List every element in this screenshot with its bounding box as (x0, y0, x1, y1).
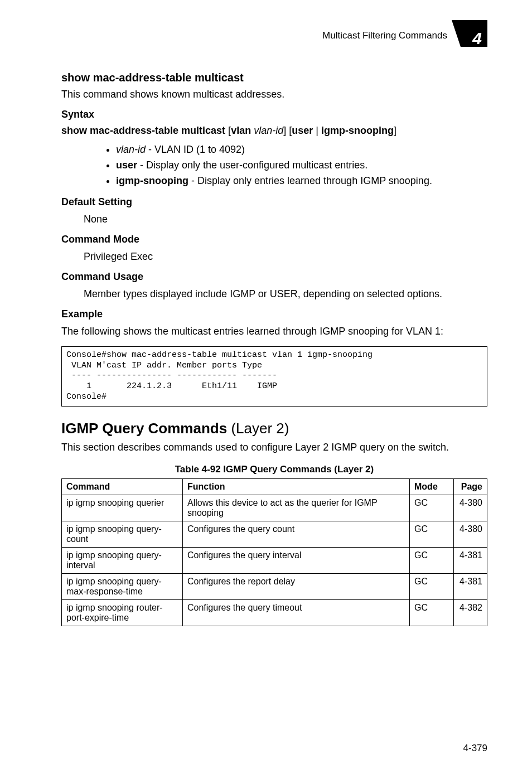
page-header: Multicast Filtering Commands 4 (61, 28, 487, 56)
syntax-kw-igmp: igmp-snooping (321, 125, 394, 136)
table-row: ip igmp snooping query-count Configures … (62, 521, 487, 547)
command-title: show mac-address-table multicast (61, 71, 487, 84)
table-row: ip igmp snooping querier Allows this dev… (62, 495, 487, 521)
syntax-pipe: | (313, 125, 321, 136)
table-caption: Table 4-92 IGMP Query Commands (Layer 2) (61, 464, 487, 475)
td-function: Allows this device to act as the querier… (183, 495, 410, 521)
syntax-vlanid: vlan-id (254, 125, 283, 136)
code-example: Console#show mac-address-table multicast… (61, 346, 487, 407)
td-mode: GC (410, 547, 454, 573)
list-item: igmp-snooping - Display only entries lea… (116, 173, 487, 188)
th-page: Page (454, 478, 487, 495)
syntax-label: Syntax (61, 109, 487, 120)
td-mode: GC (410, 573, 454, 599)
th-command: Command (62, 478, 183, 495)
syntax-line: show mac-address-table multicast [vlan v… (61, 125, 487, 137)
chapter-badge-icon (452, 20, 487, 47)
bullet-keyword: igmp-snooping (116, 175, 188, 186)
chapter-number: 4 (472, 29, 482, 48)
table-row: ip igmp snooping query-interval Configur… (62, 547, 487, 573)
list-item: user - Display only the user-configured … (116, 158, 487, 172)
td-page: 4-380 (454, 495, 487, 521)
th-mode: Mode (410, 478, 454, 495)
page-root: Multicast Filtering Commands 4 show mac-… (0, 0, 532, 774)
td-command: ip igmp snooping router-port-expire-time (62, 599, 183, 626)
td-command: ip igmp snooping querier (62, 495, 183, 521)
group-title-layer: (Layer 2) (227, 420, 289, 437)
syntax-kw-user: user (292, 125, 313, 136)
syntax-bracket: ] [ (283, 125, 292, 136)
svg-marker-0 (452, 20, 487, 47)
running-head: Multicast Filtering Commands (322, 30, 447, 41)
table-row: ip igmp snooping router-port-expire-time… (62, 599, 487, 626)
td-function: Configures the report delay (183, 573, 410, 599)
td-mode: GC (410, 599, 454, 626)
td-page: 4-380 (454, 521, 487, 547)
bullet-keyword: user (116, 159, 137, 171)
syntax-cmd: show mac-address-table multicast (61, 125, 225, 136)
command-usage-label: Command Usage (61, 271, 487, 283)
command-usage-value: Member types displayed include IGMP or U… (84, 287, 487, 301)
table-row: ip igmp snooping query-max-response-time… (62, 573, 487, 599)
td-function: Configures the query interval (183, 547, 410, 573)
syntax-bracket: ] (394, 125, 396, 136)
table-header-row: Command Function Mode Page (62, 478, 487, 495)
td-mode: GC (410, 495, 454, 521)
bullet-text: - Display only the user-configured multi… (137, 159, 367, 171)
command-mode-label: Command Mode (61, 234, 487, 245)
bullet-italic: vlan-id (116, 144, 146, 155)
td-function: Configures the query timeout (183, 599, 410, 626)
group-title-text: IGMP Query Commands (61, 420, 227, 437)
td-command: ip igmp snooping query-max-response-time (62, 573, 183, 599)
group-intro: This section describes commands used to … (61, 441, 487, 454)
td-command: ip igmp snooping query-count (62, 521, 183, 547)
page-number: 4-379 (463, 743, 487, 754)
bullet-text: - Display only entries learned through I… (188, 175, 432, 186)
td-page: 4-381 (454, 573, 487, 599)
default-setting-label: Default Setting (61, 196, 487, 208)
example-intro: The following shows the multicast entrie… (61, 325, 487, 338)
td-page: 4-382 (454, 599, 487, 626)
td-mode: GC (410, 521, 454, 547)
td-page: 4-381 (454, 547, 487, 573)
command-mode-value: Privileged Exec (84, 250, 487, 263)
td-function: Configures the query count (183, 521, 410, 547)
td-command: ip igmp snooping query-interval (62, 547, 183, 573)
commands-table: Command Function Mode Page ip igmp snoop… (61, 478, 487, 626)
default-setting-value: None (84, 212, 487, 226)
syntax-kw-vlan: vlan (231, 125, 251, 136)
bullet-text: - VLAN ID (1 to 4092) (146, 144, 245, 155)
command-intro: This command shows known multicast addre… (61, 88, 487, 101)
example-label: Example (61, 308, 487, 320)
syntax-bullets: vlan-id - VLAN ID (1 to 4092) user - Dis… (61, 142, 487, 188)
list-item: vlan-id - VLAN ID (1 to 4092) (116, 142, 487, 157)
th-function: Function (183, 478, 410, 495)
group-title: IGMP Query Commands (Layer 2) (61, 420, 487, 437)
